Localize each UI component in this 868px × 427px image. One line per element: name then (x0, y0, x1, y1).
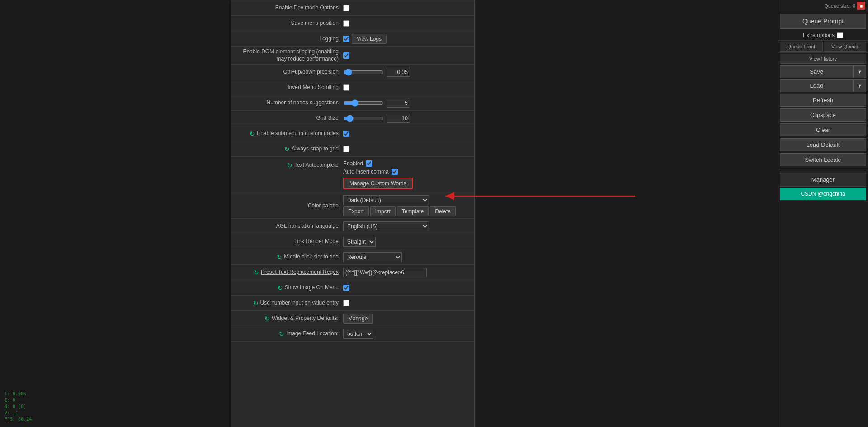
control-image-feed: bottom top (343, 329, 472, 339)
slider-ctrl-precision[interactable] (343, 69, 384, 76)
setting-row-color-palette: Color palette Dark (Default) Export Impo… (231, 193, 474, 219)
control-save-menu (343, 20, 472, 27)
setting-row-autocomplete: ↻ Text Autocomplete Enabled Auto-insert … (231, 157, 474, 193)
refresh-button[interactable]: Refresh (780, 94, 866, 107)
view-history-button[interactable]: View History (780, 54, 866, 64)
slider-grid-size[interactable] (343, 115, 384, 122)
queue-count: 0 (853, 3, 855, 9)
template-palette-button[interactable]: Template (397, 206, 429, 216)
queue-front-view-row: Queue Front View Queue (778, 41, 868, 53)
queue-front-button[interactable]: Queue Front (780, 42, 823, 52)
checkbox-dom-clipping[interactable] (343, 52, 349, 59)
checkbox-number-input[interactable] (343, 300, 349, 306)
import-palette-button[interactable]: Import (370, 206, 396, 216)
extra-options-row: Extra options (778, 30, 868, 41)
queue-size-label: Queue size: (824, 3, 851, 9)
load-dropdown-button[interactable]: ▼ (853, 79, 866, 92)
save-dropdown-button[interactable]: ▼ (853, 65, 866, 78)
csdn-container: CSDN @engchina (778, 187, 868, 201)
label-enable-dev-mode: Enable Dev mode Options (234, 5, 343, 12)
checkbox-extra-options[interactable] (837, 32, 843, 38)
checkbox-auto-insert[interactable] (392, 169, 398, 175)
setting-row-image-feed: ↻ Image Feed Location: bottom top (231, 326, 474, 342)
right-sidebar: Queue size: 0 ■ Queue Prompt Extra optio… (778, 0, 868, 427)
delete-palette-button[interactable]: Delete (430, 206, 456, 216)
select-agl-language[interactable]: English (US) (343, 221, 429, 231)
queue-prompt-button[interactable]: Queue Prompt (780, 14, 866, 29)
checkbox-save-menu[interactable] (343, 20, 349, 27)
select-middle-click[interactable]: Reroute None (343, 252, 402, 262)
slider-node-suggestions[interactable] (343, 99, 384, 107)
control-enable-dev-mode (343, 5, 472, 11)
checkbox-snap-grid[interactable] (343, 146, 349, 152)
clipspace-button[interactable]: Clipspace (780, 108, 866, 122)
select-link-render[interactable]: Straight Curved Hidden (343, 237, 376, 247)
checkbox-autocomplete-enabled[interactable] (366, 160, 372, 167)
input-ctrl-precision[interactable] (387, 68, 410, 77)
sidebar-divider (778, 169, 868, 169)
label-color-palette: Color palette (234, 202, 343, 210)
load-button[interactable]: Load (780, 79, 853, 92)
slider-container-node-suggestions (343, 99, 410, 108)
control-number-input (343, 300, 472, 306)
refresh-icon-widget: ↻ (264, 314, 270, 323)
csdn-button[interactable]: CSDN @engchina (780, 188, 866, 200)
checkbox-logging[interactable] (343, 36, 349, 42)
select-image-feed[interactable]: bottom top (343, 329, 373, 339)
clear-button[interactable]: Clear (780, 123, 866, 136)
checkbox-show-image[interactable] (343, 285, 349, 291)
palette-container: Dark (Default) Export Import Template De… (343, 195, 456, 216)
refresh-icon-image: ↻ (278, 284, 283, 292)
input-node-suggestions[interactable] (387, 99, 410, 108)
queue-prompt-container: Queue Prompt (778, 12, 868, 30)
setting-row-save-menu: Save menu position (231, 16, 474, 31)
view-logs-button[interactable]: View Logs (352, 34, 387, 44)
switch-locale-button[interactable]: Switch Locale (780, 153, 866, 166)
setting-row-dom-clipping: Enable DOM element clipping (enabling ma… (231, 47, 474, 65)
select-color-palette[interactable]: Dark (Default) (343, 195, 429, 205)
label-grid-size: Grid Size (234, 115, 343, 122)
bottom-info-line5: FPS: 60.24 (5, 416, 32, 422)
manage-widget-button[interactable]: Manage (343, 314, 373, 324)
bottom-info-line1: T: 0.00s (5, 391, 32, 397)
manager-button[interactable]: Manager (780, 173, 866, 187)
autocomplete-autoinsert-row: Auto-insert comma (343, 169, 413, 175)
extra-options-label: Extra options (803, 32, 835, 38)
control-preset-regex (343, 268, 472, 277)
label-agl-translation: AGLTranslation-langualge (234, 223, 343, 230)
input-grid-size[interactable] (387, 114, 410, 123)
clipspace-container: Clipspace (778, 108, 868, 122)
manager-container: Manager (778, 171, 868, 187)
export-palette-button[interactable]: Export (343, 206, 369, 216)
spacer (231, 342, 474, 355)
load-default-button[interactable]: Load Default (780, 138, 866, 151)
control-widget-property: Manage (343, 314, 472, 324)
setting-row-link-render: Link Render Mode Straight Curved Hidden (231, 234, 474, 249)
input-preset-regex[interactable] (343, 268, 427, 277)
bottom-info: T: 0.00s I: 0 N: 0 [0] V: -1 FPS: 60.24 (5, 391, 32, 422)
manage-custom-words-button[interactable]: Manage Custom Words (343, 178, 413, 189)
view-queue-button[interactable]: View Queue (824, 42, 867, 52)
save-button[interactable]: Save (780, 65, 853, 78)
checkbox-submenu-custom[interactable] (343, 131, 349, 137)
refresh-icon-submenu: ↻ (250, 130, 255, 138)
label-preset-regex: ↻ Preset Text Replacement Regex (234, 268, 343, 277)
palette-buttons: Export Import Template Delete (343, 206, 456, 216)
setting-row-submenu-custom: ↻ Enable submenu in custom nodes (231, 126, 474, 141)
refresh-icon-middle: ↻ (277, 253, 282, 261)
checkbox-enable-dev-mode[interactable] (343, 5, 349, 11)
checkbox-invert-scrolling[interactable] (343, 84, 349, 91)
setting-row-preset-regex: ↻ Preset Text Replacement Regex (231, 265, 474, 280)
label-ctrl-precision: Ctrl+up/down precision (234, 69, 343, 76)
label-image-feed: ↻ Image Feed Location: (234, 330, 343, 338)
slider-container-ctrl-precision (343, 68, 410, 77)
refresh-icon-snap: ↻ (284, 145, 290, 153)
settings-scroll[interactable]: Enable Dev mode Options Save menu positi… (231, 0, 474, 427)
autocomplete-section: Enabled Auto-insert comma Manage Custom … (343, 160, 413, 189)
autocomplete-enabled-row: Enabled (343, 160, 413, 167)
label-snap-grid: ↻ Always snap to grid (234, 145, 343, 153)
label-link-render: Link Render Mode (234, 238, 343, 245)
queue-stop-button[interactable]: ■ (857, 2, 865, 10)
control-autocomplete: Enabled Auto-insert comma Manage Custom … (343, 160, 472, 189)
settings-panel: Enable Dev mode Options Save menu positi… (231, 0, 475, 427)
